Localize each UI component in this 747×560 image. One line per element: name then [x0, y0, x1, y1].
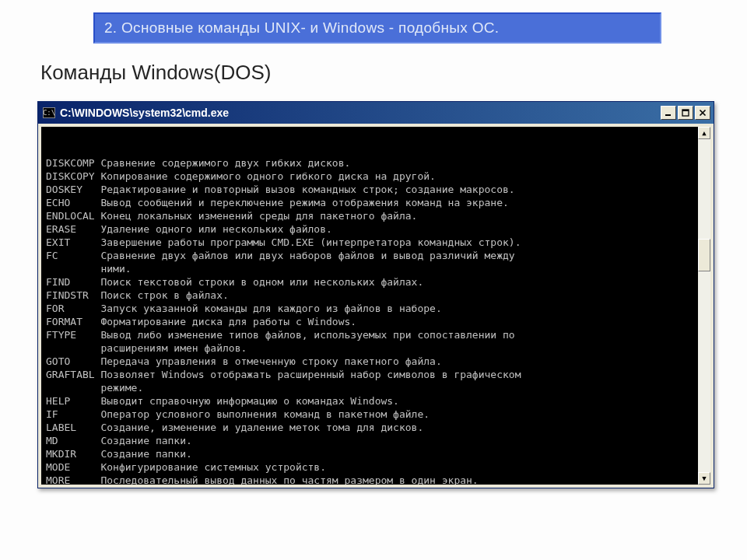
command-row: EXIT Завершение работы программы CMD.EXE…	[46, 236, 706, 249]
titlebar[interactable]: C:\ C:\WINDOWS\system32\cmd.exe	[38, 102, 714, 124]
close-button[interactable]	[695, 106, 710, 120]
scroll-down-button[interactable]: ▼	[698, 472, 710, 485]
command-row: IF Оператор условного выполнения команд …	[46, 408, 706, 421]
command-row: MD Создание папки.	[46, 434, 706, 447]
maximize-icon	[682, 109, 689, 117]
console-output: DISKCOMP Сравнение содержимого двух гибк…	[41, 127, 710, 485]
vertical-scrollbar[interactable]: ▲ ▼	[698, 127, 710, 485]
scroll-track[interactable]	[698, 139, 710, 472]
command-row: FTYPE Вывод либо изменение типов файлов,…	[46, 328, 706, 341]
command-row: DISKCOPY Копирование содержимого одного …	[46, 170, 706, 183]
cmd-icon: C:\	[43, 107, 55, 118]
svg-rect-2	[682, 110, 689, 111]
command-row-continuation: режиме.	[46, 381, 706, 394]
command-row: GOTO Передача управления в отмеченную ст…	[46, 355, 706, 368]
command-row: MORE Последовательный вывод данных по ча…	[46, 474, 706, 485]
command-row-continuation: ними.	[46, 262, 706, 275]
command-row: ENDLOCAL Конец локальных изменений среды…	[46, 209, 706, 222]
command-row: MKDIR Создание папки.	[46, 447, 706, 460]
command-row: FOR Запуск указанной команды для каждого…	[46, 302, 706, 315]
window-controls	[661, 106, 710, 120]
command-row: FC Сравнение двух файлов или двух наборо…	[46, 249, 706, 262]
command-row: LABEL Создание, изменение и удаление мет…	[46, 421, 706, 434]
command-row: FIND Поиск текстовой строки в одном или …	[46, 275, 706, 289]
svg-rect-0	[665, 114, 671, 116]
scroll-thumb[interactable]	[698, 239, 710, 271]
banner-text: 2. Основные команды UNIX- и Windows - по…	[104, 19, 499, 37]
command-row: ECHO Вывод сообщений и переключение режи…	[46, 196, 706, 209]
close-icon	[699, 109, 707, 117]
command-row: ERASE Удаление одного или нескольких фай…	[46, 222, 706, 236]
cmd-window: C:\ C:\WINDOWS\system32\cmd.exe DISKCOMP…	[37, 101, 714, 488]
minimize-icon	[665, 109, 672, 117]
window-title: C:\WINDOWS\system32\cmd.exe	[60, 107, 661, 119]
page-title: Команды Windows(DOS)	[40, 61, 272, 85]
command-row: HELP Выводит справочную информацию о ком…	[46, 394, 706, 408]
command-row: GRAFTABL Позволяет Windows отображать ра…	[46, 368, 706, 381]
scroll-up-button[interactable]: ▲	[698, 127, 710, 139]
maximize-button[interactable]	[678, 106, 693, 120]
command-row: DISKCOMP Сравнение содержимого двух гибк…	[46, 156, 706, 170]
command-row-continuation: расширениям имен файлов.	[46, 341, 706, 355]
minimize-button[interactable]	[661, 106, 676, 120]
command-row: FORMAT Форматирование диска для работы с…	[46, 315, 706, 328]
command-row: DOSKEY Редактирование и повторный вызов …	[46, 183, 706, 196]
command-row: FINDSTR Поиск строк в файлах.	[46, 289, 706, 302]
command-row: MODE Конфигурирование системных устройст…	[46, 460, 706, 474]
slide-banner: 2. Основные команды UNIX- и Windows - по…	[93, 12, 661, 44]
